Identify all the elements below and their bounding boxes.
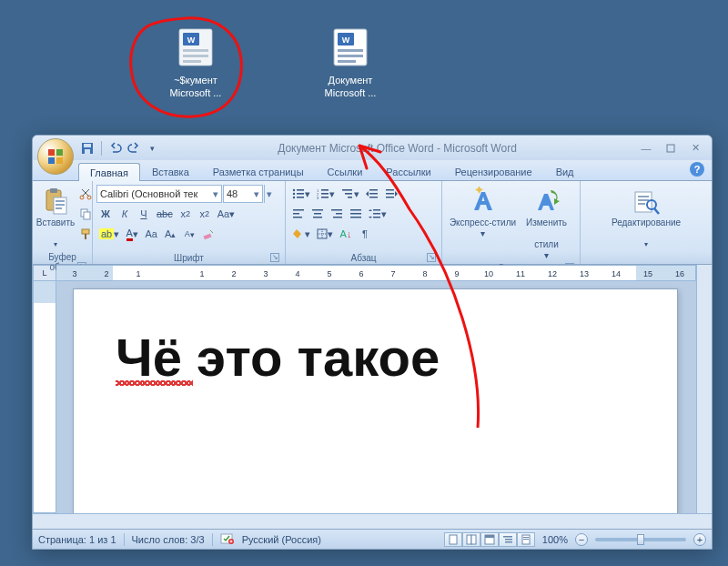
tab-home[interactable]: Главная [78, 163, 140, 181]
svg-rect-82 [485, 535, 494, 538]
zoom-out-button[interactable]: − [575, 533, 588, 546]
subscript-button[interactable]: x2 [177, 205, 195, 223]
bullets-button[interactable]: ▾ [289, 185, 313, 203]
tab-view[interactable]: Вид [544, 162, 586, 180]
svg-rect-73 [638, 203, 645, 205]
svg-rect-12 [338, 60, 356, 63]
shrink-font-button[interactable]: A▾ [180, 225, 198, 243]
copy-button[interactable] [76, 205, 95, 223]
tab-mailings[interactable]: Рассылки [374, 162, 442, 180]
shading-button[interactable]: ▾ [289, 225, 313, 243]
quick-styles-button[interactable]: Экспресс-стили ▾ [449, 183, 518, 261]
svg-rect-10 [338, 49, 363, 52]
editing-button[interactable]: Редактирование▾ [606, 183, 686, 251]
launcher-icon[interactable]: ↘ [427, 253, 436, 262]
ruler-toggle[interactable] [696, 265, 712, 281]
multilevel-button[interactable]: ▾ [339, 185, 362, 203]
status-words[interactable]: Число слов: 3/3 [132, 534, 205, 545]
italic-button[interactable]: К [116, 205, 134, 223]
font-color-button[interactable]: A▾ [123, 225, 141, 243]
format-painter-button[interactable] [76, 225, 95, 243]
svg-rect-17 [667, 145, 674, 152]
justify-button[interactable] [347, 205, 365, 223]
page[interactable]: Чё это такое [73, 288, 678, 513]
document-text[interactable]: Чё это такое [116, 331, 635, 384]
help-button[interactable]: ? [690, 162, 704, 177]
decrease-indent-button[interactable] [363, 185, 381, 203]
clear-format-button[interactable] [199, 225, 217, 243]
view-web-layout[interactable] [480, 532, 499, 547]
svg-rect-51 [386, 197, 394, 198]
svg-rect-49 [386, 189, 394, 191]
highlight-button[interactable]: ab▾ [96, 225, 122, 243]
qat-separator [101, 141, 102, 156]
vertical-scrollbar[interactable] [696, 281, 712, 513]
tab-insert[interactable]: Вставка [140, 162, 201, 180]
qat-save-icon[interactable] [80, 141, 95, 156]
status-language[interactable]: Русский (Россия) [242, 534, 321, 545]
zoom-value[interactable]: 100% [542, 534, 568, 545]
qat-redo-icon[interactable] [126, 141, 141, 156]
horizontal-ruler[interactable]: 32112345678910111213141516 [56, 265, 696, 281]
svg-rect-58 [331, 209, 342, 211]
proofing-icon[interactable] [220, 532, 235, 547]
status-page[interactable]: Страница: 1 из 1 [38, 534, 116, 545]
strike-button[interactable]: abc [154, 205, 176, 223]
character-case-button[interactable]: Aa [142, 225, 160, 243]
line-spacing-button[interactable]: ▾ [366, 205, 389, 223]
view-outline[interactable] [499, 532, 517, 547]
font-name-combo[interactable]: Calibri (Основной тек▾ [96, 185, 222, 203]
align-center-button[interactable] [308, 205, 327, 223]
zoom-slider[interactable] [595, 538, 686, 541]
increase-indent-button[interactable] [382, 185, 400, 203]
launcher-icon[interactable]: ↘ [270, 253, 279, 262]
group-label-font: Шрифт↘ [96, 251, 281, 264]
close-button[interactable]: ✕ [684, 141, 706, 156]
desktop-icon-label: ДокументMicrosoft ... [309, 74, 391, 99]
align-left-button[interactable] [289, 205, 308, 223]
svg-rect-6 [183, 60, 201, 63]
bold-button[interactable]: Ж [96, 205, 115, 223]
svg-rect-11 [338, 55, 363, 57]
view-print-layout[interactable] [444, 532, 462, 547]
view-draft[interactable] [517, 532, 535, 547]
borders-button[interactable]: ▾ [314, 225, 336, 243]
grow-font-button[interactable]: A▴ [161, 225, 179, 243]
svg-text:3: 3 [317, 196, 319, 199]
svg-rect-22 [56, 204, 65, 206]
quick-access-toolbar: ▾ [80, 141, 159, 156]
font-size-stepper[interactable]: ▾ [264, 185, 273, 203]
font-size-combo[interactable]: 48▾ [223, 185, 263, 203]
group-clipboard: Вставить▾ Буфер обм…↘ [33, 181, 93, 264]
window-title: Документ Microsoft Office Word - Microso… [159, 142, 635, 155]
change-case-button[interactable]: Aa▾ [215, 205, 238, 223]
tab-review[interactable]: Рецензирование [443, 162, 544, 180]
horizontal-scrollbar[interactable] [33, 513, 712, 529]
maximize-button[interactable] [660, 141, 682, 156]
show-marks-button[interactable]: ¶ [356, 225, 374, 243]
sort-button[interactable]: A↓ [337, 225, 355, 243]
minimize-button[interactable]: — [635, 141, 657, 156]
tab-layout[interactable]: Разметка страницы [201, 162, 316, 180]
numbering-button[interactable]: 123▾ [314, 185, 338, 203]
tab-references[interactable]: Ссылки [316, 162, 375, 180]
underline-button[interactable]: Ч [135, 205, 153, 223]
cut-button[interactable] [76, 185, 95, 203]
page-viewport[interactable]: Чё это такое [56, 281, 696, 513]
qat-undo-icon[interactable] [108, 141, 123, 156]
vertical-ruler[interactable] [33, 281, 56, 513]
svg-line-75 [654, 208, 659, 214]
paste-button[interactable]: Вставить▾ [36, 183, 75, 250]
view-full-screen[interactable] [462, 532, 480, 547]
title-bar[interactable]: ▾ Документ Microsoft Office Word - Micro… [33, 136, 712, 160]
zoom-in-button[interactable]: + [693, 533, 706, 546]
superscript-button[interactable]: x2 [196, 205, 214, 223]
desktop-icon-tempdoc[interactable]: W ~$кументMicrosoft ... [155, 25, 237, 99]
svg-rect-53 [293, 213, 299, 215]
qat-customize-icon[interactable]: ▾ [145, 141, 159, 156]
change-styles-button[interactable]: Изменитьстили ▾ [520, 183, 574, 261]
desktop-icon-doc[interactable]: W ДокументMicrosoft ... [309, 25, 391, 99]
window-buttons: — ✕ [635, 141, 706, 156]
align-right-button[interactable] [328, 205, 346, 223]
office-button[interactable] [37, 138, 74, 175]
